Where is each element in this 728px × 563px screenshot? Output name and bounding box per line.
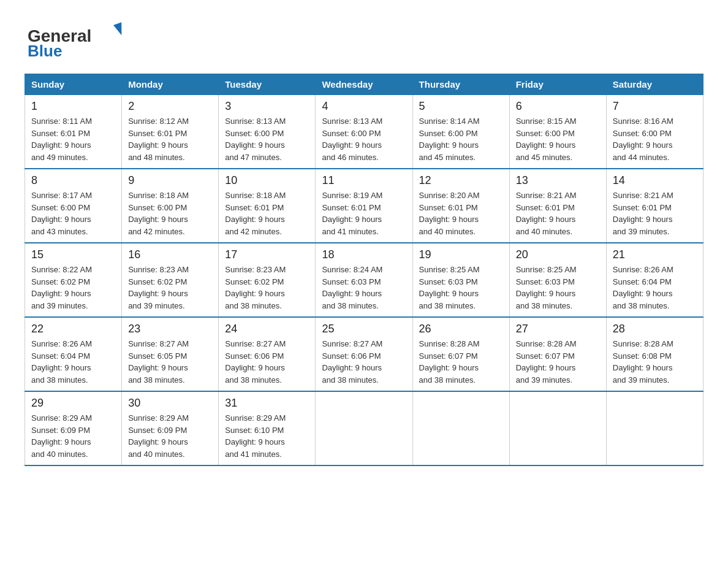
day-info: Sunrise: 8:28 AM Sunset: 6:07 PM Dayligh… — [419, 338, 503, 386]
day-info: Sunrise: 8:25 AM Sunset: 6:03 PM Dayligh… — [516, 264, 600, 312]
day-number: 16 — [128, 248, 212, 261]
calendar-cell: 17 Sunrise: 8:23 AM Sunset: 6:02 PM Dayl… — [219, 243, 316, 317]
calendar-cell: 29 Sunrise: 8:29 AM Sunset: 6:09 PM Dayl… — [25, 391, 122, 465]
day-info: Sunrise: 8:20 AM Sunset: 6:01 PM Dayligh… — [419, 190, 503, 237]
calendar-cell: 20 Sunrise: 8:25 AM Sunset: 6:03 PM Dayl… — [509, 243, 606, 317]
day-number: 29 — [31, 397, 115, 410]
week-row-4: 22 Sunrise: 8:26 AM Sunset: 6:04 PM Dayl… — [25, 317, 703, 391]
day-number: 12 — [419, 174, 503, 187]
day-number: 4 — [322, 100, 406, 113]
calendar-cell: 10 Sunrise: 8:18 AM Sunset: 6:01 PM Dayl… — [219, 169, 316, 243]
day-number: 28 — [613, 323, 697, 335]
day-info: Sunrise: 8:18 AM Sunset: 6:01 PM Dayligh… — [225, 190, 309, 237]
calendar-cell: 1 Sunrise: 8:11 AM Sunset: 6:01 PM Dayli… — [25, 95, 122, 169]
day-number: 11 — [322, 174, 406, 187]
calendar-cell — [316, 391, 412, 465]
calendar-cell: 3 Sunrise: 8:13 AM Sunset: 6:00 PM Dayli… — [219, 95, 316, 169]
day-info: Sunrise: 8:27 AM Sunset: 6:06 PM Dayligh… — [322, 338, 406, 386]
svg-text:Blue: Blue — [28, 42, 62, 60]
calendar-cell: 26 Sunrise: 8:28 AM Sunset: 6:07 PM Dayl… — [412, 317, 509, 391]
calendar-cell: 4 Sunrise: 8:13 AM Sunset: 6:00 PM Dayli… — [316, 95, 412, 169]
calendar-cell — [412, 391, 509, 465]
page-header: General Blue — [25, 18, 703, 61]
day-info: Sunrise: 8:18 AM Sunset: 6:00 PM Dayligh… — [128, 190, 212, 237]
day-info: Sunrise: 8:16 AM Sunset: 6:00 PM Dayligh… — [613, 115, 697, 163]
day-number: 21 — [613, 248, 697, 261]
calendar-cell: 8 Sunrise: 8:17 AM Sunset: 6:00 PM Dayli… — [25, 169, 122, 243]
day-number: 10 — [225, 174, 309, 187]
day-info: Sunrise: 8:11 AM Sunset: 6:01 PM Dayligh… — [31, 115, 115, 163]
calendar-cell: 31 Sunrise: 8:29 AM Sunset: 6:10 PM Dayl… — [219, 391, 316, 465]
day-info: Sunrise: 8:23 AM Sunset: 6:02 PM Dayligh… — [128, 264, 212, 312]
calendar-cell: 2 Sunrise: 8:12 AM Sunset: 6:01 PM Dayli… — [122, 95, 219, 169]
day-info: Sunrise: 8:28 AM Sunset: 6:08 PM Dayligh… — [613, 338, 697, 386]
day-info: Sunrise: 8:14 AM Sunset: 6:00 PM Dayligh… — [419, 115, 503, 163]
calendar-cell: 28 Sunrise: 8:28 AM Sunset: 6:08 PM Dayl… — [606, 317, 703, 391]
day-number: 22 — [31, 323, 115, 335]
day-number: 30 — [128, 397, 212, 410]
day-number: 25 — [322, 323, 406, 335]
day-info: Sunrise: 8:15 AM Sunset: 6:00 PM Dayligh… — [516, 115, 600, 163]
day-info: Sunrise: 8:24 AM Sunset: 6:03 PM Dayligh… — [322, 264, 406, 312]
day-number: 26 — [419, 323, 503, 335]
calendar-cell: 22 Sunrise: 8:26 AM Sunset: 6:04 PM Dayl… — [25, 317, 122, 391]
week-row-3: 15 Sunrise: 8:22 AM Sunset: 6:02 PM Dayl… — [25, 243, 703, 317]
calendar-cell: 30 Sunrise: 8:29 AM Sunset: 6:09 PM Dayl… — [122, 391, 219, 465]
day-info: Sunrise: 8:27 AM Sunset: 6:05 PM Dayligh… — [128, 338, 212, 386]
header-day-friday: Friday — [509, 74, 606, 95]
day-number: 19 — [419, 248, 503, 261]
day-number: 5 — [419, 100, 503, 113]
calendar-cell: 18 Sunrise: 8:24 AM Sunset: 6:03 PM Dayl… — [316, 243, 412, 317]
day-number: 3 — [225, 100, 309, 113]
day-info: Sunrise: 8:12 AM Sunset: 6:01 PM Dayligh… — [128, 115, 212, 163]
day-info: Sunrise: 8:25 AM Sunset: 6:03 PM Dayligh… — [419, 264, 503, 312]
header-day-sunday: Sunday — [25, 74, 122, 95]
logo: General Blue — [25, 18, 135, 61]
calendar-cell: 7 Sunrise: 8:16 AM Sunset: 6:00 PM Dayli… — [606, 95, 703, 169]
calendar-cell — [509, 391, 606, 465]
day-info: Sunrise: 8:13 AM Sunset: 6:00 PM Dayligh… — [322, 115, 406, 163]
day-number: 7 — [613, 100, 697, 113]
header-day-thursday: Thursday — [412, 74, 509, 95]
calendar-cell: 14 Sunrise: 8:21 AM Sunset: 6:01 PM Dayl… — [606, 169, 703, 243]
day-number: 15 — [31, 248, 115, 261]
day-number: 27 — [516, 323, 600, 335]
calendar-cell — [606, 391, 703, 465]
calendar-cell: 27 Sunrise: 8:28 AM Sunset: 6:07 PM Dayl… — [509, 317, 606, 391]
day-number: 13 — [516, 174, 600, 187]
day-info: Sunrise: 8:19 AM Sunset: 6:01 PM Dayligh… — [322, 190, 406, 237]
calendar-cell: 13 Sunrise: 8:21 AM Sunset: 6:01 PM Dayl… — [509, 169, 606, 243]
day-number: 2 — [128, 100, 212, 113]
calendar-cell: 12 Sunrise: 8:20 AM Sunset: 6:01 PM Dayl… — [412, 169, 509, 243]
calendar-header: SundayMondayTuesdayWednesdayThursdayFrid… — [25, 74, 703, 95]
calendar-cell: 19 Sunrise: 8:25 AM Sunset: 6:03 PM Dayl… — [412, 243, 509, 317]
week-row-1: 1 Sunrise: 8:11 AM Sunset: 6:01 PM Dayli… — [25, 95, 703, 169]
header-row: SundayMondayTuesdayWednesdayThursdayFrid… — [25, 74, 703, 95]
day-info: Sunrise: 8:22 AM Sunset: 6:02 PM Dayligh… — [31, 264, 115, 312]
day-number: 23 — [128, 323, 212, 335]
day-number: 6 — [516, 100, 600, 113]
calendar-cell: 24 Sunrise: 8:27 AM Sunset: 6:06 PM Dayl… — [219, 317, 316, 391]
day-info: Sunrise: 8:21 AM Sunset: 6:01 PM Dayligh… — [613, 190, 697, 237]
header-day-tuesday: Tuesday — [219, 74, 316, 95]
week-row-5: 29 Sunrise: 8:29 AM Sunset: 6:09 PM Dayl… — [25, 391, 703, 465]
calendar-cell: 16 Sunrise: 8:23 AM Sunset: 6:02 PM Dayl… — [122, 243, 219, 317]
day-info: Sunrise: 8:23 AM Sunset: 6:02 PM Dayligh… — [225, 264, 309, 312]
day-info: Sunrise: 8:26 AM Sunset: 6:04 PM Dayligh… — [31, 338, 115, 386]
day-info: Sunrise: 8:28 AM Sunset: 6:07 PM Dayligh… — [516, 338, 600, 386]
calendar-cell: 9 Sunrise: 8:18 AM Sunset: 6:00 PM Dayli… — [122, 169, 219, 243]
day-number: 31 — [225, 397, 309, 410]
calendar-cell: 11 Sunrise: 8:19 AM Sunset: 6:01 PM Dayl… — [316, 169, 412, 243]
day-number: 14 — [613, 174, 697, 187]
day-info: Sunrise: 8:29 AM Sunset: 6:09 PM Dayligh… — [31, 412, 115, 460]
day-info: Sunrise: 8:29 AM Sunset: 6:09 PM Dayligh… — [128, 412, 212, 460]
day-info: Sunrise: 8:29 AM Sunset: 6:10 PM Dayligh… — [225, 412, 309, 460]
day-info: Sunrise: 8:13 AM Sunset: 6:00 PM Dayligh… — [225, 115, 309, 163]
svg-marker-1 — [113, 22, 126, 37]
day-info: Sunrise: 8:17 AM Sunset: 6:00 PM Dayligh… — [31, 190, 115, 237]
calendar-cell: 6 Sunrise: 8:15 AM Sunset: 6:00 PM Dayli… — [509, 95, 606, 169]
day-number: 24 — [225, 323, 309, 335]
calendar-cell: 23 Sunrise: 8:27 AM Sunset: 6:05 PM Dayl… — [122, 317, 219, 391]
header-day-wednesday: Wednesday — [316, 74, 412, 95]
calendar-cell: 15 Sunrise: 8:22 AM Sunset: 6:02 PM Dayl… — [25, 243, 122, 317]
